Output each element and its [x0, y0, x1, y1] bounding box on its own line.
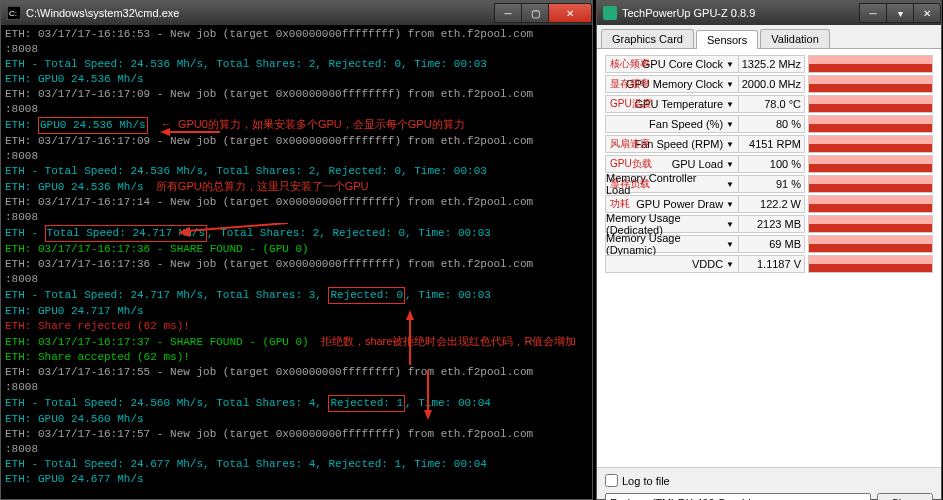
sensor-label-dropdown[interactable]: GPU Core Clock核心频率▼	[605, 55, 739, 73]
sensor-graph	[808, 155, 933, 173]
chevron-down-icon: ▼	[726, 100, 734, 109]
chevron-down-icon: ▼	[726, 260, 734, 269]
sensor-row: GPU Memory Clock显存频率▼2000.0 MHz	[605, 75, 933, 93]
sensor-row: GPU Core Clock核心频率▼1325.2 MHz	[605, 55, 933, 73]
sensor-label-dropdown[interactable]: Memory Usage (Dynamic)▼	[605, 235, 739, 253]
close-button-footer[interactable]: Close	[877, 493, 933, 500]
terminal-line: ETH: GPU0 24.536 Mh/s ← GPU0的算力，如果安装多个GP…	[5, 117, 588, 134]
sensor-graph	[808, 115, 933, 133]
tab-bar: Graphics CardSensorsValidation	[597, 25, 941, 49]
minimize-button[interactable]: ─	[494, 3, 522, 23]
sensor-graph	[808, 75, 933, 93]
terminal-line: :8008	[5, 380, 588, 395]
sensor-value: 1.1187 V	[739, 255, 805, 273]
sensor-value: 1325.2 MHz	[739, 55, 805, 73]
sensor-value: 122.2 W	[739, 195, 805, 213]
terminal-line: ETH - Total Speed: 24.717 Mh/s, Total Sh…	[5, 225, 588, 242]
sensor-label-dropdown[interactable]: Fan Speed (%)▼	[605, 115, 739, 133]
sensor-row: Memory Usage (Dedicated)▼2123 MB	[605, 215, 933, 233]
cmd-titlebar[interactable]: C: C:\Windows\system32\cmd.exe ─ ▢ ✕	[1, 1, 592, 25]
chevron-down-icon: ▼	[726, 140, 734, 149]
chevron-down-icon: ▼	[726, 160, 734, 169]
sensors-panel: GPU Core Clock核心频率▼1325.2 MHzGPU Memory …	[597, 49, 941, 467]
tab-graphics-card[interactable]: Graphics Card	[601, 29, 694, 48]
terminal-line: ETH - Total Speed: 24.536 Mh/s, Total Sh…	[5, 57, 588, 72]
sensor-row: GPU TemperatureGPU温度▼78.0 °C	[605, 95, 933, 113]
terminal-line: :8008	[5, 272, 588, 287]
log-to-file-checkbox[interactable]: Log to file	[605, 474, 670, 487]
sensor-row: Memory Usage (Dynamic)▼69 MB	[605, 235, 933, 253]
svg-text:C:: C:	[9, 9, 17, 18]
sensor-graph	[808, 195, 933, 213]
terminal-line: ETH: 03/17/17-16:17:55 - New job (target…	[5, 365, 588, 380]
terminal-line: ETH: 03/17/17-16:17:09 - New job (target…	[5, 87, 588, 102]
terminal-line: ETH: GPU0 24.536 Mh/s 所有GPU的总算力，这里只安装了一个…	[5, 179, 588, 195]
sensor-row: GPU LoadGPU负载▼100 %	[605, 155, 933, 173]
terminal-line: ETH: 03/17/17-16:17:09 - New job (target…	[5, 134, 588, 149]
sensor-value: 2000.0 MHz	[739, 75, 805, 93]
sensor-row: VDDC▼1.1187 V	[605, 255, 933, 273]
terminal-line: :8008	[5, 210, 588, 225]
tab-sensors[interactable]: Sensors	[696, 30, 758, 49]
card-select[interactable]: Radeon (TM) RX 480 Graphics	[605, 493, 871, 500]
sensor-label-dropdown[interactable]: VDDC▼	[605, 255, 739, 273]
terminal-line: ETH - Total Speed: 24.536 Mh/s, Total Sh…	[5, 164, 588, 179]
gpuz-title: TechPowerUp GPU-Z 0.8.9	[622, 7, 755, 19]
sensor-value: 78.0 °C	[739, 95, 805, 113]
chevron-down-icon: ▼	[726, 120, 734, 129]
sensor-label-dropdown[interactable]: GPU Power Draw功耗▼	[605, 195, 739, 213]
sensor-graph	[808, 255, 933, 273]
chevron-down-icon: ▼	[726, 240, 734, 249]
terminal-line: ETH - Total Speed: 24.717 Mh/s, Total Sh…	[5, 287, 588, 304]
terminal-line: ETH: 03/17/17-16:17:37 - SHARE FOUND - (…	[5, 334, 588, 350]
chevron-down-icon: ▼	[726, 220, 734, 229]
sensor-value: 69 MB	[739, 235, 805, 253]
terminal-line: ETH - Total Speed: 24.677 Mh/s, Total Sh…	[5, 457, 588, 472]
sensor-graph	[808, 215, 933, 233]
sensor-label-dropdown[interactable]: Fan Speed (RPM)风扇速度▼	[605, 135, 739, 153]
gpuz-window: TechPowerUp GPU-Z 0.8.9 ─ ▾ ✕ Graphics C…	[596, 0, 942, 500]
terminal-line: :8008	[5, 42, 588, 57]
chevron-down-icon: ▼	[726, 200, 734, 209]
close-button[interactable]: ✕	[548, 3, 592, 23]
sensor-graph	[808, 135, 933, 153]
sensor-label-dropdown[interactable]: Memory Controller Load显存负载▼	[605, 175, 739, 193]
minimize-button[interactable]: ─	[859, 3, 887, 23]
terminal-line: ETH: 03/17/17-16:17:57 - New job (target…	[5, 427, 588, 442]
gpuz-icon	[603, 6, 617, 20]
terminal-line: :8008	[5, 442, 588, 457]
sensor-label-dropdown[interactable]: Memory Usage (Dedicated)▼	[605, 215, 739, 233]
chevron-down-icon: ▼	[726, 80, 734, 89]
cmd-icon: C:	[7, 6, 21, 20]
sensor-row: Memory Controller Load显存负载▼91 %	[605, 175, 933, 193]
terminal-line: ETH: GPU0 24.560 Mh/s	[5, 412, 588, 427]
gpuz-titlebar[interactable]: TechPowerUp GPU-Z 0.8.9 ─ ▾ ✕	[597, 1, 941, 25]
terminal-line: ETH: Share rejected (62 ms)!	[5, 319, 588, 334]
sensor-graph	[808, 235, 933, 253]
chevron-down-icon: ▼	[726, 180, 734, 189]
svg-rect-2	[603, 6, 617, 20]
terminal-line: ETH - Total Speed: 24.560 Mh/s, Total Sh…	[5, 395, 588, 412]
terminal-line: ETH: GPU0 24.536 Mh/s	[5, 72, 588, 87]
terminal-line: ETH: GPU0 24.717 Mh/s	[5, 304, 588, 319]
maximize-button[interactable]: ▢	[521, 3, 549, 23]
sensor-value: 91 %	[739, 175, 805, 193]
tray-button[interactable]: ▾	[886, 3, 914, 23]
terminal-line: ETH: 03/17/17-16:16:53 - New job (target…	[5, 27, 588, 42]
terminal-line: ETH: 03/17/17-16:17:14 - New job (target…	[5, 195, 588, 210]
tab-validation[interactable]: Validation	[760, 29, 830, 48]
sensor-label-dropdown[interactable]: GPU TemperatureGPU温度▼	[605, 95, 739, 113]
terminal-line: ETH: 03/17/17-16:17:36 - SHARE FOUND - (…	[5, 242, 588, 257]
terminal-line: ETH: 03/17/17-16:17:36 - New job (target…	[5, 257, 588, 272]
close-button[interactable]: ✕	[913, 3, 941, 23]
sensor-row: Fan Speed (RPM)风扇速度▼4151 RPM	[605, 135, 933, 153]
terminal-line: ETH: Share accepted (62 ms)!	[5, 350, 588, 365]
cmd-title: C:\Windows\system32\cmd.exe	[26, 7, 179, 19]
sensor-label-dropdown[interactable]: GPU LoadGPU负载▼	[605, 155, 739, 173]
sensor-value: 4151 RPM	[739, 135, 805, 153]
sensor-label-dropdown[interactable]: GPU Memory Clock显存频率▼	[605, 75, 739, 93]
sensor-value: 100 %	[739, 155, 805, 173]
sensor-value: 2123 MB	[739, 215, 805, 233]
terminal-line: ETH: GPU0 24.677 Mh/s	[5, 472, 588, 487]
terminal-line: :8008	[5, 102, 588, 117]
